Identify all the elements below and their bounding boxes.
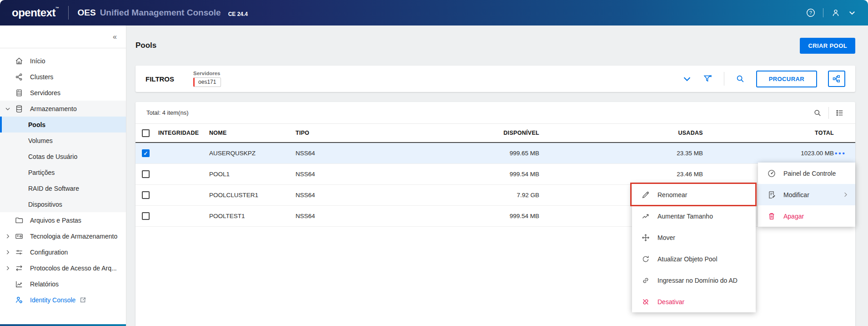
user-icon[interactable] bbox=[831, 8, 841, 18]
server-filter-chip[interactable]: oes171 bbox=[193, 77, 221, 87]
filter-search-icon[interactable] bbox=[735, 74, 745, 84]
server-filter-group: Servidores oes171 bbox=[193, 71, 221, 87]
table-header-row: INTEGRIDADE NOME TIPO DISPONÍVEL USADAS … bbox=[135, 124, 855, 143]
sidebar-item-label: Início bbox=[30, 57, 45, 65]
user-menu-chevron-icon[interactable] bbox=[848, 9, 856, 17]
sidebar-bottom-accent bbox=[0, 324, 126, 326]
pool-available: 999.54 MB bbox=[417, 213, 539, 219]
pool-type: NSS64 bbox=[296, 192, 417, 199]
sidebar-item-particoes[interactable]: Partições bbox=[0, 164, 126, 180]
sidebar-item-armazenamento[interactable]: Armazenamento bbox=[0, 101, 126, 117]
home-icon bbox=[15, 56, 25, 66]
col-header-nome[interactable]: NOME bbox=[209, 130, 296, 136]
row-checkbox[interactable] bbox=[142, 170, 150, 178]
chevron-right-icon bbox=[5, 265, 15, 271]
pool-type: NSS64 bbox=[296, 171, 417, 178]
sidebar-item-label: Tecnologia de Armazenamento bbox=[30, 233, 117, 240]
console-title: Unified Management Console bbox=[100, 8, 221, 18]
sidebar-item-raid-de-software[interactable]: RAID de Software bbox=[0, 180, 126, 196]
col-header-tipo[interactable]: TIPO bbox=[296, 130, 417, 136]
table-row[interactable]: ✓ AUSERQUSKPZ NSS64 999.65 MB 23.35 MB 1… bbox=[135, 143, 855, 164]
chevron-down-icon bbox=[5, 106, 15, 112]
sidebar-nav: Início Clusters Servidores bbox=[0, 48, 126, 308]
table-row[interactable]: POOL1 NSS64 999.54 MB 23.46 MB bbox=[135, 164, 855, 185]
move-icon bbox=[641, 233, 650, 242]
pool-available: 7.92 GB bbox=[417, 192, 539, 199]
pool-used: 23.35 MB bbox=[539, 150, 703, 157]
menu-item-apagar[interactable]: Apagar bbox=[758, 205, 855, 227]
protocols-icon bbox=[15, 264, 25, 273]
pool-name: POOL1 bbox=[209, 171, 296, 178]
pool-available: 999.65 MB bbox=[417, 150, 539, 157]
trash-icon bbox=[767, 212, 776, 221]
column-settings-icon[interactable] bbox=[835, 108, 844, 117]
row-context-menu: Painel de Controle Modificar Apagar bbox=[758, 163, 855, 227]
sidebar-item-arquivos-e-pastas[interactable]: Arquivos e Pastas bbox=[0, 212, 126, 228]
sidebar-item-identity-console[interactable]: Identity Console bbox=[0, 292, 126, 308]
sidebar-item-servidores[interactable]: Servidores bbox=[0, 85, 126, 101]
link-off-icon bbox=[641, 297, 650, 306]
create-pool-button[interactable]: CRIAR POOL bbox=[800, 38, 855, 54]
sidebar-item-protocolos-de-acesso[interactable]: Protocolos de Acesso de Arq... bbox=[0, 260, 126, 276]
sidebar-item-cotas-de-usuario[interactable]: Cotas de Usuário bbox=[0, 148, 126, 164]
clear-filter-icon[interactable] bbox=[703, 74, 713, 84]
row-checkbox[interactable] bbox=[142, 191, 150, 199]
sidebar-item-volumes[interactable]: Volumes bbox=[0, 132, 126, 148]
pencil-icon bbox=[641, 190, 650, 199]
row-actions-button[interactable]: ••• bbox=[834, 149, 847, 157]
sidebar-item-tecnologia-de-armazenamento[interactable]: Tecnologia de Armazenamento bbox=[0, 228, 126, 244]
server-icon bbox=[15, 88, 25, 97]
sidebar-item-relatorios[interactable]: Relatórios bbox=[0, 276, 126, 292]
sidebar-item-clusters[interactable]: Clusters bbox=[0, 69, 126, 85]
col-header-total[interactable]: TOTAL bbox=[703, 130, 834, 136]
menu-item-modificar[interactable]: Modificar bbox=[758, 184, 855, 205]
version-badge: CE 24.4 bbox=[228, 11, 248, 17]
pool-name: AUSERQUSKPZ bbox=[209, 150, 296, 157]
identity-console-icon bbox=[15, 295, 25, 305]
procurar-button[interactable]: PROCURAR bbox=[756, 71, 817, 87]
table-search-icon[interactable] bbox=[813, 108, 822, 117]
chevron-right-icon bbox=[5, 249, 15, 255]
clusters-icon bbox=[15, 72, 25, 82]
menu-item-aumentar-tamanho[interactable]: Aumentar Tamanho bbox=[632, 205, 756, 227]
sidebar-item-configuration[interactable]: Configuration bbox=[0, 244, 126, 260]
col-header-usadas[interactable]: USADAS bbox=[539, 130, 703, 136]
storage-nav-group: Armazenamento Pools Volumes Cotas de Usu… bbox=[0, 101, 126, 212]
sidebar-item-label: Protocolos de Acesso de Arq... bbox=[30, 265, 117, 272]
filters-collapse-chevron-icon[interactable] bbox=[682, 74, 692, 84]
reports-icon bbox=[15, 280, 25, 289]
col-header-disponivel[interactable]: DISPONÍVEL bbox=[417, 130, 539, 136]
sidebar: « Início Clusters bbox=[0, 25, 126, 326]
top-header: opentext™ OES Unified Management Console… bbox=[0, 0, 868, 25]
sidebar-item-inicio[interactable]: Início bbox=[0, 53, 126, 69]
trademark-symbol: ™ bbox=[55, 6, 59, 10]
dashboard-gauge-icon bbox=[767, 169, 776, 178]
menu-item-painel-de-controle[interactable]: Painel de Controle bbox=[758, 163, 855, 184]
col-header-integridade[interactable]: INTEGRIDADE bbox=[158, 130, 209, 136]
menu-item-mover[interactable]: Mover bbox=[632, 227, 756, 248]
sidebar-collapse-button[interactable]: « bbox=[113, 33, 117, 41]
tree-view-button[interactable] bbox=[828, 71, 845, 87]
filters-bar: FILTROS Servidores oes171 P bbox=[135, 66, 855, 92]
edit-document-icon bbox=[767, 190, 776, 199]
pool-name: POOLTEST1 bbox=[209, 213, 296, 219]
menu-item-desativar[interactable]: Desativar bbox=[632, 291, 756, 312]
menu-item-atualizar-objeto-pool[interactable]: Atualizar Objeto Pool bbox=[632, 248, 756, 270]
pool-type: NSS64 bbox=[296, 213, 417, 219]
help-icon[interactable]: ? bbox=[806, 8, 816, 18]
pool-available: 999.54 MB bbox=[417, 171, 539, 178]
opentext-logo: opentext™ bbox=[12, 6, 59, 19]
total-items-label: Total: 4 item(ns) bbox=[146, 109, 188, 116]
sidebar-item-dispositivos[interactable]: Dispositivos bbox=[0, 196, 126, 212]
select-all-checkbox[interactable] bbox=[142, 129, 150, 137]
refresh-icon bbox=[641, 255, 650, 264]
sidebar-item-label: Servidores bbox=[30, 89, 60, 97]
row-checkbox[interactable] bbox=[142, 212, 150, 220]
row-checkbox[interactable]: ✓ bbox=[142, 149, 150, 157]
menu-item-renomear[interactable]: Renomear bbox=[632, 184, 756, 205]
menu-item-ingressar-dominio-ad[interactable]: Ingressar no Domínio do AD bbox=[632, 270, 756, 291]
svg-text:?: ? bbox=[809, 10, 812, 15]
storage-technology-icon bbox=[15, 232, 25, 241]
modify-submenu: Renomear Aumentar Tamanho Mover Atualiza… bbox=[632, 184, 756, 312]
sidebar-item-pools[interactable]: Pools bbox=[0, 117, 126, 132]
